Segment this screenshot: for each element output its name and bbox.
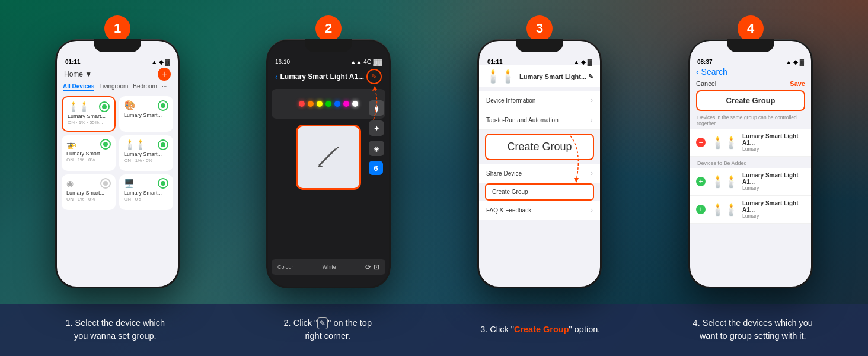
add-device-2-info: Lumary Smart Light A1... Lumary <box>742 200 805 219</box>
current-device-1-info: Lumary Smart Light A1... Lumary <box>742 133 805 152</box>
step-3-container: 3 01:11 ▲ ◆ ▓ 🕯️🕯️ Lumary Smart Light...… <box>477 21 602 288</box>
device-4-power[interactable] <box>158 139 168 150</box>
add-device-button[interactable]: + <box>158 68 171 81</box>
caption-2: 2. Click "✎" on the topright corner. <box>225 317 432 343</box>
back-search-btn[interactable]: ‹ Search <box>696 67 727 77</box>
phone-3-frame: 01:11 ▲ ◆ ▓ 🕯️🕯️ Lumary Smart Light... ✎… <box>477 39 602 288</box>
device-5-power[interactable] <box>100 178 111 189</box>
tab-bedroom[interactable]: Bedroom <box>133 83 157 91</box>
tab-more[interactable]: ··· <box>162 83 167 91</box>
edit-icon-button[interactable]: ✎ <box>366 69 382 84</box>
chevron-tap-run: › <box>591 116 593 124</box>
phone-1-notch <box>94 39 141 52</box>
tap-run-item[interactable]: Tap-to-Run and Automation › <box>479 110 600 130</box>
icon-btn-1[interactable]: ⧫ <box>369 100 384 116</box>
faq-label: FAQ & Feedback <box>486 207 531 214</box>
add-device-2-icon: 🕯️🕯️ <box>710 202 738 217</box>
device-card-2[interactable]: 🎨 Lumary Smart... <box>119 96 173 132</box>
tab-livingroom[interactable]: Livingroom <box>99 83 128 91</box>
device-header-name: Lumary Smart Light... ✎ <box>519 73 593 81</box>
cancel-btn[interactable]: Cancel <box>696 80 716 87</box>
group-info-text: Devices in the same group can be control… <box>690 113 811 129</box>
device-1-power[interactable] <box>99 101 110 112</box>
bulb-3 <box>317 101 323 107</box>
device-3-name: Lumary Smart... <box>66 151 111 157</box>
phone-1-statusbar: 01:11 ▲ ◆ ▓ <box>57 58 178 65</box>
share-device-label: Share Device <box>486 170 522 177</box>
p1-time: 01:11 <box>65 59 81 65</box>
colour-icons: ⟳ ⊡ <box>365 263 379 271</box>
add-icon-1[interactable]: + <box>696 177 706 186</box>
colour-icon-1[interactable]: ⟳ <box>365 263 371 271</box>
device-card-5[interactable]: ◉ Lumary Smart... ON · 1% · 0% <box>62 174 116 210</box>
device-info-item[interactable]: Device Information › <box>479 91 600 110</box>
tab-all-devices[interactable]: All Devices <box>63 83 94 91</box>
device-card-6[interactable]: 🖥️ Lumary Smart... ON · 0 s <box>119 174 173 210</box>
add-device-2: + 🕯️🕯️ Lumary Smart Light A1... Lumary <box>690 196 811 224</box>
share-device-item[interactable]: Share Device › <box>479 164 600 183</box>
icon-btn-2[interactable]: ✦ <box>369 120 384 136</box>
bulb-7 <box>352 101 358 107</box>
device-3-status: ON · 1% · 0% <box>66 157 111 163</box>
step-1-badge: 1 <box>104 15 130 42</box>
phone-4-nav: Cancel Save <box>690 78 811 89</box>
main-container: 1 01:11 ▲ ◆ ▓ Home ▼ + All De <box>0 0 868 356</box>
chevron-faq: › <box>591 206 593 214</box>
bulb-6 <box>343 101 349 107</box>
devices-grid: 🕯️🕯️ Lumary Smart... ON · 1% · 55%... 🎨 <box>57 94 178 212</box>
step-4-container: 4 08:37 ▲ ◆ ▓ ‹ Search Cancel <box>688 21 813 288</box>
device-1-icon: 🕯️🕯️ <box>68 101 89 112</box>
device-4-icon: 🕯️🕯️ <box>124 139 145 150</box>
caption-1: 1. Select the device whichyou wanna set … <box>12 317 219 343</box>
p4-time: 08:37 <box>697 59 713 65</box>
device-3-icon: 🚁 <box>66 139 76 149</box>
create-group-header-4: Create Group <box>696 90 805 111</box>
add-device-1-name: Lumary Smart Light A1... <box>742 172 805 185</box>
device-card-4[interactable]: 🕯️🕯️ Lumary Smart... ON · 1% · 0% <box>119 135 173 171</box>
pencil-svg <box>314 142 343 172</box>
p3-time: 01:11 <box>487 59 503 65</box>
add-device-1-info: Lumary Smart Light A1... Lumary <box>742 172 805 191</box>
svg-line-1 <box>335 147 339 150</box>
caption-bar: 1. Select the device whichyou wanna set … <box>0 304 868 356</box>
device-2-icon: 🎨 <box>124 100 135 111</box>
add-device-2-name: Lumary Smart Light A1... <box>742 200 805 213</box>
device-6-name: Lumary Smart... <box>124 190 168 196</box>
p1-signals: ▲ ◆ ▓ <box>151 59 170 65</box>
step-2-container: 2 16:10 ▲▲ 4G ▓▓ ‹ Lumary Smart Light A1… <box>266 21 391 288</box>
edit-drawing-box[interactable] <box>296 125 361 190</box>
remove-icon-1[interactable]: − <box>696 138 706 147</box>
add-icon-2[interactable]: + <box>696 205 706 214</box>
bulb-2 <box>308 101 314 107</box>
settings-list-3: Device Information › Tap-to-Run and Auto… <box>479 91 600 130</box>
device-3-power[interactable] <box>100 139 111 150</box>
phone-2-frame: 16:10 ▲▲ 4G ▓▓ ‹ Lumary Smart Light A1..… <box>266 39 391 288</box>
device-card-3[interactable]: 🚁 Lumary Smart... ON · 1% · 0% <box>62 135 116 171</box>
chevron-share: › <box>591 169 593 177</box>
back-btn[interactable]: ‹ <box>275 72 278 81</box>
device-6-power[interactable] <box>158 178 168 189</box>
create-group-big-box[interactable]: Create Group <box>485 134 594 160</box>
device-5-status: ON · 1% · 0% <box>66 196 111 202</box>
phone-2-header: ‹ Lumary Smart Light A1... ✎ <box>268 65 389 87</box>
phone-3-screen: 01:11 ▲ ◆ ▓ 🕯️🕯️ Lumary Smart Light... ✎… <box>479 41 600 287</box>
add-device-1: + 🕯️🕯️ Lumary Smart Light A1... Lumary <box>690 168 811 196</box>
phone-2-statusbar: 16:10 ▲▲ 4G ▓▓ <box>268 58 389 65</box>
device-card-1[interactable]: 🕯️🕯️ Lumary Smart... ON · 1% · 55%... <box>62 96 116 132</box>
device-2-power[interactable] <box>158 100 168 111</box>
p2-network: ▲▲ 4G ▓▓ <box>350 59 382 65</box>
current-device-1-brand: Lumary <box>742 146 805 152</box>
badge-count: 6 <box>369 161 383 175</box>
icon-btn-3[interactable]: ◈ <box>369 141 384 156</box>
create-group-highlight: Create Group <box>514 325 569 334</box>
faq-item[interactable]: FAQ & Feedback › <box>479 201 600 220</box>
colour-icon-2[interactable]: ⊡ <box>374 263 379 271</box>
device-6-status: ON · 0 s <box>124 196 168 202</box>
create-group-small-box[interactable]: Create Group <box>485 183 594 201</box>
edit-icon-caption: ✎ <box>317 317 328 329</box>
save-btn[interactable]: Save <box>790 80 805 87</box>
tap-run-label: Tap-to-Run and Automation <box>486 117 559 123</box>
device-4-name: Lumary Smart... <box>124 151 168 157</box>
bulb-1 <box>299 101 305 107</box>
colour-label: Colour <box>277 264 293 270</box>
